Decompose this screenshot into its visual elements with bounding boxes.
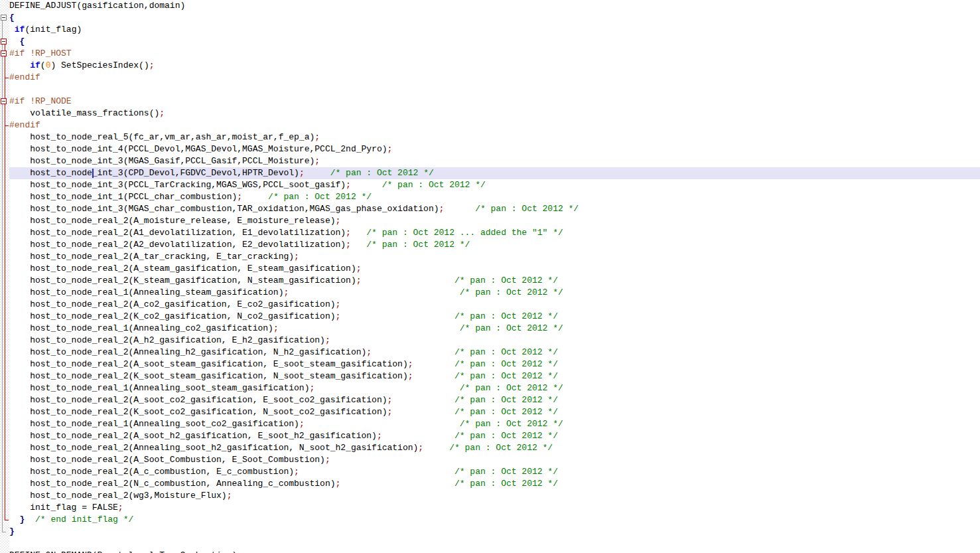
code-token: ; xyxy=(335,216,340,226)
code-token: /* pan : Oct 2012 */ xyxy=(455,407,558,417)
code-line[interactable]: host_to_node_real_2(wg3,Moisture_Flux); xyxy=(9,490,980,502)
code-token: ; xyxy=(237,192,242,202)
code-line[interactable]: if(init_flag) xyxy=(9,24,980,36)
code-line[interactable]: host_to_node_real_2(A_soot_co2_gasificat… xyxy=(9,394,980,406)
code-token: if xyxy=(30,60,40,70)
fold-toggle-button[interactable] xyxy=(1,39,7,44)
code-editor[interactable]: DEFINE_ADJUST(gasification,domain){ if(i… xyxy=(0,0,980,553)
code-token: DEFINE_ADJUST(gasification,domain) xyxy=(9,1,185,11)
code-token: host_to_node_int_1(PCCL_char_combustion) xyxy=(9,192,237,202)
code-line[interactable]: host_to_node_real_2(K_steam_gasification… xyxy=(9,275,980,287)
code-token: host_to_node_real_2(Annealing_h2_gasific… xyxy=(9,347,366,357)
code-line[interactable]: host_to_node_int_3(MGAS_Gasif,PCCL_Gasif… xyxy=(9,155,980,167)
code-line[interactable]: host_to_node_real_2(A_Soot_Combustion, E… xyxy=(9,454,980,466)
code-line[interactable]: #endif xyxy=(9,119,980,131)
code-token: ; xyxy=(387,144,393,154)
code-token: /* pan : Oct 2012 */ xyxy=(330,168,434,178)
code-line[interactable] xyxy=(9,84,980,96)
code-token: /* pan : Oct 2012 */ xyxy=(455,479,558,489)
code-line[interactable]: host_to_node_real_1(Annealing_co2_gasifi… xyxy=(9,323,980,335)
code-line[interactable]: DEFINE_ON_DEMAND(Reset_local_Two_Combust… xyxy=(9,550,980,553)
code-token: host_to_node_real_1(Annealing_soot_co2_g… xyxy=(9,419,299,429)
code-token xyxy=(305,168,330,178)
code-token: ; xyxy=(299,419,305,429)
code-line[interactable]: host_to_node_real_2(A_co2_gasification, … xyxy=(9,299,980,311)
code-line[interactable]: host_to_node_real_2(A_h2_gasification, E… xyxy=(9,335,980,347)
code-line[interactable]: init_flag = FALSE; xyxy=(9,502,980,514)
code-line[interactable]: host_to_node_real_2(K_co2_gasification, … xyxy=(9,311,980,323)
code-line[interactable]: host_to_node_real_2(A_soot_h2_gasificati… xyxy=(9,430,980,442)
code-token: ; xyxy=(346,228,351,238)
code-token: host_to_node_real_1(Annealing_steam_gasi… xyxy=(9,287,283,297)
code-token xyxy=(444,204,475,214)
code-line[interactable]: if(0) SetSpeciesIndex(); xyxy=(9,60,980,72)
code-line[interactable]: host_to_node_int_1(PCCL_char_combustion)… xyxy=(9,191,980,203)
code-token: host_to_node_real_2(K_steam_gasification… xyxy=(9,276,356,285)
code-token: /* pan : Oct 2012 */ xyxy=(455,371,558,381)
code-line[interactable]: host_to_node_real_2(A_steam_gasification… xyxy=(9,263,980,275)
code-token: host_to_node_int_4(PCCL_Devol,MGAS_Devol… xyxy=(9,144,387,154)
fold-toggle-button[interactable] xyxy=(1,50,7,56)
code-token: /* pan : Oct 2012 */ xyxy=(460,287,563,297)
code-line[interactable]: host_to_node_real_2(N_c_combustion, Anne… xyxy=(9,478,980,490)
code-line[interactable]: DEFINE_ADJUST(gasification,domain) xyxy=(9,0,980,12)
code-line[interactable]: #endif xyxy=(9,72,980,84)
code-line[interactable]: host_to_node_int_4(PCCL_Devol,MGAS_Devol… xyxy=(9,143,980,155)
code-line[interactable]: host_to_node_real_2(A_moisture_release, … xyxy=(9,215,980,227)
code-token: if xyxy=(15,25,25,35)
code-line[interactable]: host_to_node_real_2(K_soot_steam_gasific… xyxy=(9,370,980,382)
code-line[interactable]: host_to_node_real_2(K_soot_co2_gasificat… xyxy=(9,406,980,418)
code-line[interactable]: { xyxy=(9,36,980,48)
code-token: host_to_node_real_2(A_soot_h2_gasificati… xyxy=(9,431,377,441)
code-token xyxy=(351,240,366,250)
code-line[interactable]: volatile_mass_fractions(); xyxy=(9,108,980,119)
code-token: DEFINE_ON_DEMAND(Reset_local_Two_Combust… xyxy=(9,550,237,553)
code-line[interactable]: host_to_node_real_2(Annealing_h2_gasific… xyxy=(9,347,980,358)
code-line[interactable]: host_to_node_real_5(fc_ar,vm_ar,ash_ar,m… xyxy=(9,131,980,143)
code-token xyxy=(299,467,455,477)
code-line[interactable]: host_to_node_int_3(MGAS_char_combustion,… xyxy=(9,203,980,215)
code-line[interactable]: } xyxy=(9,526,980,538)
code-line[interactable]: host_to_node_real_2(A2_devolatilization,… xyxy=(9,239,980,251)
fold-scope-line xyxy=(5,56,5,78)
code-token: ; xyxy=(356,276,362,285)
code-token: host_to_node_real_2(A2_devolatilization,… xyxy=(9,240,346,250)
code-token: /* pan : Oct 2012 */ xyxy=(268,192,372,202)
code-line[interactable]: host_to_node_real_1(Annealing_soot_co2_g… xyxy=(9,418,980,430)
code-line[interactable]: host_to_node_real_2(A_tar_cracking, E_ta… xyxy=(9,251,980,263)
code-token xyxy=(315,383,459,393)
code-token: host_to_node_real_1(Annealing_co2_gasifi… xyxy=(9,323,273,333)
code-token: ; xyxy=(227,491,232,501)
code-token: host_to_node_real_2(K_soot_co2_gasificat… xyxy=(9,407,387,417)
code-line[interactable]: host_to_node_real_2(A_soot_steam_gasific… xyxy=(9,358,980,370)
code-token xyxy=(372,347,455,357)
code-line[interactable]: #if !RP_HOST xyxy=(9,48,980,60)
code-token: host_to_node_real_2(A_soot_co2_gasificat… xyxy=(9,395,387,405)
code-token: volatile_mass_fractions() xyxy=(9,108,159,118)
code-token: /* pan : Oct 2012 */ xyxy=(460,383,563,393)
code-line[interactable]: host_to_node_real_1(Annealing_steam_gasi… xyxy=(9,287,980,299)
code-token: host_to_node_real_2(A_steam_gasification… xyxy=(9,264,356,274)
code-line[interactable]: { xyxy=(9,12,980,24)
fold-scope-end xyxy=(2,532,6,532)
code-line[interactable]: host_to_node_real_2(A_c_combustion, E_c_… xyxy=(9,466,980,478)
code-line[interactable]: } /* end init_flag */ xyxy=(9,514,980,526)
code-token: host_to_node_real_2(A_moisture_release, … xyxy=(9,216,335,226)
code-lines[interactable]: DEFINE_ADJUST(gasification,domain){ if(i… xyxy=(9,0,980,553)
fold-gutter xyxy=(0,0,9,553)
code-token: host_to_node_real_2(A1_devolatilization,… xyxy=(9,228,346,238)
fold-scope-line xyxy=(5,104,5,125)
code-token xyxy=(351,228,366,238)
code-line[interactable]: host_to_node_real_2(A1_devolatilization,… xyxy=(9,227,980,239)
code-token: ; xyxy=(149,60,155,70)
fold-toggle-button[interactable] xyxy=(1,98,7,104)
code-line[interactable]: host_to_node_int_3(PCCL_TarCracking,MGAS… xyxy=(9,179,980,191)
code-line[interactable]: #if !RP_NODE xyxy=(9,96,980,108)
code-token: host_to_node_int_3(CPD_Devol,FGDVC_Devol… xyxy=(9,168,299,178)
code-line[interactable]: host_to_node_real_2(Annealing_soot_h2_ga… xyxy=(9,442,980,454)
fold-toggle-button[interactable] xyxy=(1,15,7,21)
code-token: ; xyxy=(408,359,413,369)
code-line[interactable] xyxy=(9,538,980,550)
code-line[interactable]: host_to_node_int_3(CPD_Devol,FGDVC_Devol… xyxy=(9,167,980,179)
code-line[interactable]: host_to_node_real_1(Annealing_soot_steam… xyxy=(9,382,980,394)
